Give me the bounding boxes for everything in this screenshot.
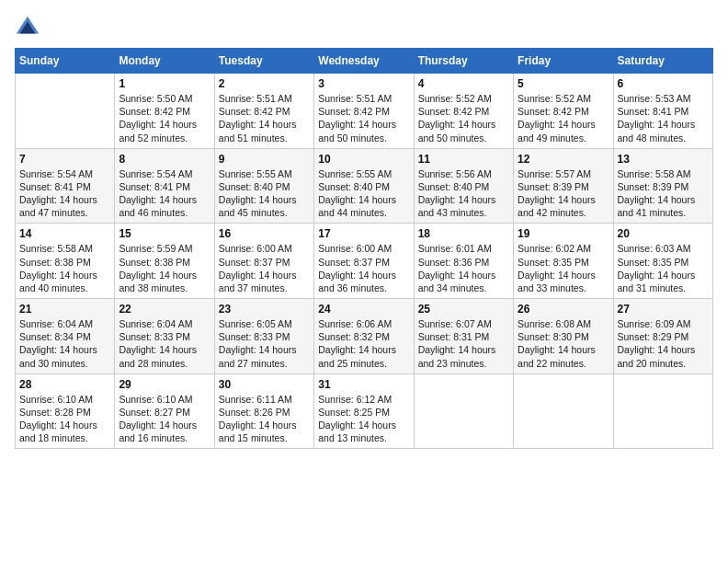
day-info: Sunrise: 5:51 AM Sunset: 8:42 PM Dayligh… (318, 92, 409, 144)
day-number: 25 (418, 303, 509, 316)
day-info: Sunrise: 6:12 AM Sunset: 8:25 PM Dayligh… (318, 393, 409, 445)
column-header-wednesday: Wednesday (314, 49, 414, 74)
calendar-cell (414, 373, 513, 449)
column-header-saturday: Saturday (613, 49, 712, 74)
calendar-cell: 12Sunrise: 5:57 AM Sunset: 8:39 PM Dayli… (514, 148, 613, 224)
day-number: 5 (518, 77, 609, 90)
day-info: Sunrise: 6:11 AM Sunset: 8:26 PM Dayligh… (219, 393, 310, 445)
calendar-cell (613, 373, 712, 449)
calendar-cell (16, 74, 115, 149)
day-number: 31 (318, 378, 409, 391)
calendar-week-row: 1Sunrise: 5:50 AM Sunset: 8:42 PM Daylig… (16, 74, 713, 149)
header (15, 15, 713, 40)
calendar-cell: 1Sunrise: 5:50 AM Sunset: 8:42 PM Daylig… (115, 74, 214, 149)
day-number: 22 (119, 303, 210, 316)
day-info: Sunrise: 5:56 AM Sunset: 8:40 PM Dayligh… (418, 167, 509, 220)
day-number: 11 (418, 153, 509, 166)
day-number: 17 (318, 227, 409, 240)
day-info: Sunrise: 5:59 AM Sunset: 8:38 PM Dayligh… (119, 242, 210, 294)
day-number: 23 (219, 303, 310, 316)
day-info: Sunrise: 5:52 AM Sunset: 8:42 PM Dayligh… (518, 92, 609, 144)
column-header-sunday: Sunday (16, 49, 115, 74)
calendar-cell: 7Sunrise: 5:54 AM Sunset: 8:41 PM Daylig… (16, 148, 115, 224)
day-info: Sunrise: 5:55 AM Sunset: 8:40 PM Dayligh… (318, 167, 409, 220)
column-header-thursday: Thursday (414, 49, 513, 74)
day-info: Sunrise: 6:08 AM Sunset: 8:30 PM Dayligh… (518, 317, 609, 370)
day-number: 13 (618, 153, 709, 166)
day-info: Sunrise: 6:07 AM Sunset: 8:31 PM Dayligh… (418, 317, 509, 370)
day-number: 3 (318, 77, 409, 90)
day-number: 9 (219, 153, 310, 166)
day-number: 1 (119, 77, 210, 90)
day-info: Sunrise: 5:54 AM Sunset: 8:41 PM Dayligh… (119, 167, 210, 220)
day-info: Sunrise: 6:04 AM Sunset: 8:33 PM Dayligh… (119, 317, 210, 370)
column-header-monday: Monday (115, 49, 214, 74)
calendar-cell: 26Sunrise: 6:08 AM Sunset: 8:30 PM Dayli… (514, 299, 613, 374)
day-number: 20 (618, 227, 709, 240)
day-number: 29 (119, 378, 210, 391)
calendar-cell: 11Sunrise: 5:56 AM Sunset: 8:40 PM Dayli… (414, 148, 513, 224)
day-number: 12 (518, 153, 609, 166)
day-info: Sunrise: 6:05 AM Sunset: 8:33 PM Dayligh… (219, 317, 310, 370)
calendar-cell: 31Sunrise: 6:12 AM Sunset: 8:25 PM Dayli… (314, 373, 414, 449)
calendar-header-row: SundayMondayTuesdayWednesdayThursdayFrid… (16, 49, 713, 74)
day-number: 24 (318, 303, 409, 316)
calendar-cell: 18Sunrise: 6:01 AM Sunset: 8:36 PM Dayli… (414, 224, 513, 299)
day-info: Sunrise: 6:02 AM Sunset: 8:35 PM Dayligh… (518, 242, 609, 294)
logo-icon (15, 15, 40, 40)
calendar-cell: 16Sunrise: 6:00 AM Sunset: 8:37 PM Dayli… (214, 224, 313, 299)
calendar-cell: 27Sunrise: 6:09 AM Sunset: 8:29 PM Dayli… (613, 299, 712, 374)
calendar-cell: 28Sunrise: 6:10 AM Sunset: 8:28 PM Dayli… (16, 373, 115, 449)
day-info: Sunrise: 6:03 AM Sunset: 8:35 PM Dayligh… (618, 242, 709, 294)
calendar-cell: 6Sunrise: 5:53 AM Sunset: 8:41 PM Daylig… (613, 74, 712, 149)
calendar-cell: 15Sunrise: 5:59 AM Sunset: 8:38 PM Dayli… (115, 224, 214, 299)
day-info: Sunrise: 5:55 AM Sunset: 8:40 PM Dayligh… (219, 167, 310, 220)
calendar-cell: 8Sunrise: 5:54 AM Sunset: 8:41 PM Daylig… (115, 148, 214, 224)
day-number: 26 (518, 303, 609, 316)
calendar-cell: 9Sunrise: 5:55 AM Sunset: 8:40 PM Daylig… (214, 148, 313, 224)
day-info: Sunrise: 5:50 AM Sunset: 8:42 PM Dayligh… (119, 92, 210, 144)
day-info: Sunrise: 6:01 AM Sunset: 8:36 PM Dayligh… (418, 242, 509, 294)
day-number: 8 (119, 153, 210, 166)
calendar-cell: 5Sunrise: 5:52 AM Sunset: 8:42 PM Daylig… (514, 74, 613, 149)
day-number: 18 (418, 227, 509, 240)
day-info: Sunrise: 5:53 AM Sunset: 8:41 PM Dayligh… (618, 92, 709, 144)
calendar-cell (514, 373, 613, 449)
day-number: 19 (518, 227, 609, 240)
day-info: Sunrise: 5:58 AM Sunset: 8:39 PM Dayligh… (618, 167, 709, 220)
calendar-cell: 20Sunrise: 6:03 AM Sunset: 8:35 PM Dayli… (613, 224, 712, 299)
calendar-cell: 22Sunrise: 6:04 AM Sunset: 8:33 PM Dayli… (115, 299, 214, 374)
day-info: Sunrise: 6:00 AM Sunset: 8:37 PM Dayligh… (219, 242, 310, 294)
calendar-week-row: 7Sunrise: 5:54 AM Sunset: 8:41 PM Daylig… (16, 148, 713, 224)
day-info: Sunrise: 6:06 AM Sunset: 8:32 PM Dayligh… (318, 317, 409, 370)
day-info: Sunrise: 5:58 AM Sunset: 8:38 PM Dayligh… (19, 242, 110, 294)
calendar-table: SundayMondayTuesdayWednesdayThursdayFrid… (15, 48, 713, 449)
day-number: 4 (418, 77, 509, 90)
calendar-cell: 19Sunrise: 6:02 AM Sunset: 8:35 PM Dayli… (514, 224, 613, 299)
column-header-friday: Friday (514, 49, 613, 74)
day-number: 7 (19, 153, 110, 166)
day-number: 16 (219, 227, 310, 240)
logo (15, 15, 44, 40)
day-number: 10 (318, 153, 409, 166)
calendar-cell: 3Sunrise: 5:51 AM Sunset: 8:42 PM Daylig… (314, 74, 414, 149)
calendar-week-row: 28Sunrise: 6:10 AM Sunset: 8:28 PM Dayli… (16, 373, 713, 449)
day-number: 21 (19, 303, 110, 316)
calendar-cell: 23Sunrise: 6:05 AM Sunset: 8:33 PM Dayli… (214, 299, 313, 374)
calendar-cell: 25Sunrise: 6:07 AM Sunset: 8:31 PM Dayli… (414, 299, 513, 374)
calendar-cell: 4Sunrise: 5:52 AM Sunset: 8:42 PM Daylig… (414, 74, 513, 149)
day-info: Sunrise: 6:10 AM Sunset: 8:27 PM Dayligh… (119, 393, 210, 445)
calendar-cell: 13Sunrise: 5:58 AM Sunset: 8:39 PM Dayli… (613, 148, 712, 224)
day-number: 30 (219, 378, 310, 391)
day-info: Sunrise: 5:52 AM Sunset: 8:42 PM Dayligh… (418, 92, 509, 144)
calendar-cell: 14Sunrise: 5:58 AM Sunset: 8:38 PM Dayli… (16, 224, 115, 299)
calendar-cell: 2Sunrise: 5:51 AM Sunset: 8:42 PM Daylig… (214, 74, 313, 149)
calendar-cell: 17Sunrise: 6:00 AM Sunset: 8:37 PM Dayli… (314, 224, 414, 299)
day-number: 27 (618, 303, 709, 316)
day-number: 15 (119, 227, 210, 240)
day-number: 28 (19, 378, 110, 391)
calendar-week-row: 14Sunrise: 5:58 AM Sunset: 8:38 PM Dayli… (16, 224, 713, 299)
day-info: Sunrise: 6:10 AM Sunset: 8:28 PM Dayligh… (19, 393, 110, 445)
calendar-cell: 29Sunrise: 6:10 AM Sunset: 8:27 PM Dayli… (115, 373, 214, 449)
day-number: 2 (219, 77, 310, 90)
